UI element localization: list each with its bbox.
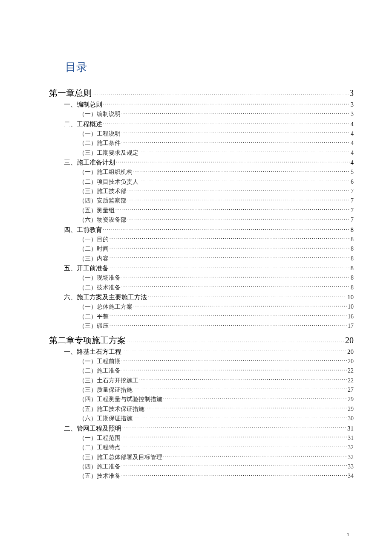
- toc-leader-dots: [121, 472, 347, 478]
- toc-entry-page: 31: [348, 434, 354, 443]
- toc-entry-label: （五）测量组: [79, 206, 115, 215]
- toc-leader-dots: [121, 443, 347, 449]
- toc-leader-dots: [148, 293, 346, 299]
- toc-entry-page: 29: [348, 405, 354, 414]
- toc-entry[interactable]: 二、管网工程及照明31: [64, 424, 354, 434]
- toc-entry[interactable]: 五、开工前准备8: [64, 263, 354, 273]
- toc-entry-page: 31: [347, 424, 354, 434]
- toc-leader-dots: [139, 376, 347, 382]
- toc-entry[interactable]: 一、编制总则3: [64, 100, 354, 110]
- toc-entry[interactable]: 第二章专项施工方案20: [49, 335, 354, 346]
- toc-entry[interactable]: （一）工程说明4: [79, 129, 354, 139]
- toc-entry-label: （一）现场准备: [79, 273, 121, 283]
- toc-entry[interactable]: （三）质量保证措施27: [79, 385, 354, 395]
- toc-entry-page: 20: [348, 357, 354, 366]
- toc-entry[interactable]: （一）总体施工方案10: [79, 302, 354, 312]
- toc-entry-page: 20: [347, 347, 354, 357]
- toc-leader-dots: [127, 335, 344, 343]
- toc-entry-page: 5: [351, 168, 354, 177]
- toc-entry[interactable]: （二）时间8: [79, 244, 354, 254]
- toc-entry[interactable]: 一、路基土石方工程20: [64, 347, 354, 357]
- toc-leader-dots: [121, 462, 347, 468]
- toc-entry[interactable]: （二）施工条件4: [79, 139, 354, 148]
- toc-leader-dots: [110, 235, 350, 241]
- toc-entry-label: （一）总体施工方案: [79, 302, 133, 312]
- toc-entry[interactable]: （三）施工技术部7: [79, 187, 354, 196]
- toc-entry[interactable]: （五）技术准备34: [79, 471, 354, 481]
- toc-leader-dots: [115, 206, 350, 212]
- toc-entry-label: （三）工期要求及规定: [79, 148, 138, 158]
- toc-entry[interactable]: （六）物资设备部7: [79, 215, 354, 225]
- toc-entry-label: （四）施工准备: [79, 462, 121, 471]
- toc-entry[interactable]: （四）安质监察部7: [79, 196, 354, 205]
- toc-entry[interactable]: （二）项目技术负责人6: [79, 177, 354, 187]
- toc-entry[interactable]: 第一章总则3: [49, 87, 354, 99]
- toc-leader-dots: [163, 395, 347, 401]
- toc-entry[interactable]: （一）现场准备8: [79, 273, 354, 283]
- toc-entry[interactable]: （三）土石方开挖施工22: [79, 376, 354, 385]
- toc-entry-page: 8: [351, 235, 354, 244]
- toc-entry[interactable]: （二）平整16: [79, 312, 354, 321]
- toc-leader-dots: [110, 322, 347, 328]
- toc-entry[interactable]: （四）施工准备33: [79, 462, 354, 471]
- toc-entry[interactable]: 六、施工方案及主要施工方法10: [64, 292, 354, 302]
- toc-leader-dots: [145, 405, 347, 411]
- toc-leader-dots: [121, 274, 350, 280]
- toc-entry[interactable]: 三、施工准备计划4: [64, 158, 354, 168]
- toc-entry[interactable]: （一）工程范围31: [79, 434, 354, 443]
- toc-entry[interactable]: （二）施工准备22: [79, 366, 354, 376]
- toc-leader-dots: [133, 414, 347, 420]
- toc-entry[interactable]: 二、工程概述4: [64, 119, 354, 129]
- toc-entry[interactable]: （一）编制说明3: [79, 110, 354, 119]
- toc-leader-dots: [133, 386, 347, 392]
- toc-entry[interactable]: （三）工期要求及规定4: [79, 148, 354, 158]
- toc-leader-dots: [121, 130, 350, 136]
- toc-entry-label: 二、管网工程及照明: [64, 424, 121, 434]
- toc-leader-dots: [110, 245, 350, 251]
- toc-entry-page: 8: [351, 244, 354, 254]
- toc-entry[interactable]: （五）施工技术保证措施29: [79, 405, 354, 414]
- toc-entry-label: 第二章专项施工方案: [49, 335, 126, 346]
- toc-entry-label: （三）碾压: [79, 321, 109, 331]
- toc-leader-dots: [121, 367, 347, 373]
- toc-leader-dots: [121, 110, 350, 116]
- toc-entry-page: 17: [348, 321, 354, 331]
- toc-entry-label: （五）施工技术保证措施: [79, 405, 144, 414]
- toc-entry-label: （三）施工技术部: [79, 187, 127, 196]
- toc-entry-page: 22: [348, 376, 354, 385]
- toc-entry-label: 二、工程概述: [64, 119, 102, 129]
- toc-entry[interactable]: （一）目的8: [79, 235, 354, 244]
- toc-leader-dots: [121, 139, 350, 145]
- toc-entry-label: （三）质量保证措施: [79, 385, 133, 395]
- toc-entry-label: （一）工程说明: [79, 129, 121, 139]
- toc-leader-dots: [110, 254, 350, 260]
- toc-entry-label: （二）技术准备: [79, 283, 121, 292]
- toc-entry[interactable]: （六）工期保证措施30: [79, 414, 354, 423]
- toc-entry[interactable]: （四）工程测量与试验控制措施29: [79, 395, 354, 404]
- toc-entry[interactable]: （一）工程前期20: [79, 357, 354, 366]
- toc-entry[interactable]: （二）技术准备8: [79, 283, 354, 292]
- toc-entry-page: 22: [348, 366, 354, 376]
- toc-entry[interactable]: （一）施工组织机构5: [79, 168, 354, 177]
- toc-entry-page: 8: [351, 254, 354, 263]
- toc-entry[interactable]: （三）碾压17: [79, 321, 354, 331]
- toc-entry[interactable]: （二）工程特点32: [79, 443, 354, 452]
- toc-leader-dots: [139, 149, 350, 155]
- toc-entry[interactable]: （五）测量组7: [79, 206, 354, 215]
- toc-entry[interactable]: （三）内容8: [79, 254, 354, 263]
- toc-leader-dots: [103, 100, 350, 107]
- toc-leader-dots: [110, 312, 347, 318]
- toc-leader-dots: [103, 120, 350, 126]
- toc-entry-page: 4: [351, 158, 354, 168]
- toc-entry-label: 一、编制总则: [64, 100, 102, 110]
- toc-leader-dots: [127, 216, 350, 222]
- toc-entry[interactable]: （三）施工总体部署及目标管理32: [79, 453, 354, 462]
- toc-entry-label: （六）物资设备部: [79, 215, 127, 225]
- toc-leader-dots: [92, 87, 349, 96]
- toc-leader-dots: [133, 168, 350, 174]
- toc-entry[interactable]: 四、工前教育8: [64, 225, 354, 235]
- toc-entry-page: 8: [351, 273, 354, 283]
- toc-entry-label: 三、施工准备计划: [64, 158, 115, 168]
- toc-entry-page: 33: [348, 462, 354, 471]
- toc-entry-label: （四）工程测量与试验控制措施: [79, 395, 162, 404]
